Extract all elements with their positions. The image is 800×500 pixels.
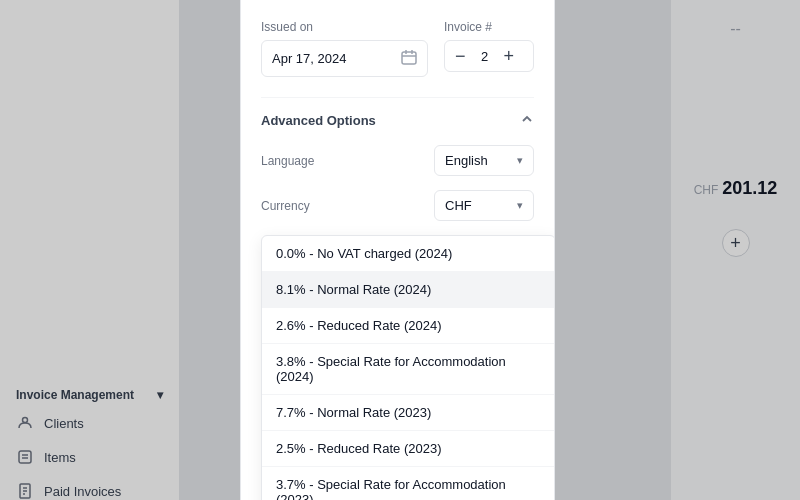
date-value: Apr 17, 2024 [272, 51, 346, 66]
language-row: Language English ▾ [261, 145, 534, 176]
invoice-stepper: − 2 + [444, 40, 534, 72]
advanced-chevron-icon [520, 112, 534, 129]
vat-dropdown[interactable]: 0.0% - No VAT charged (2024)8.1% - Norma… [261, 235, 555, 500]
invoice-number-label: Invoice # [444, 20, 534, 34]
stepper-plus[interactable]: + [504, 47, 515, 65]
vat-option-3[interactable]: 3.8% - Special Rate for Accommodation (2… [262, 344, 555, 395]
language-select[interactable]: English ▾ [434, 145, 534, 176]
invoice-modal: Issued on Apr 17, 2024 Invoice # [240, 0, 555, 500]
vat-option-5[interactable]: 2.5% - Reduced Rate (2023) [262, 431, 555, 467]
calendar-icon [401, 49, 417, 68]
date-input[interactable]: Apr 17, 2024 [261, 40, 428, 77]
currency-select[interactable]: CHF ▾ [434, 190, 534, 221]
stepper-value: 2 [478, 49, 492, 64]
stepper-minus[interactable]: − [455, 47, 466, 65]
issued-on-field: Issued on Apr 17, 2024 [261, 20, 428, 77]
vat-option-2[interactable]: 2.6% - Reduced Rate (2024) [262, 308, 555, 344]
vat-option-6[interactable]: 3.7% - Special Rate for Accommodation (2… [262, 467, 555, 500]
issued-invoice-row: Issued on Apr 17, 2024 Invoice # [261, 20, 534, 77]
vat-option-1[interactable]: 8.1% - Normal Rate (2024) [262, 272, 555, 308]
currency-chevron-icon: ▾ [517, 199, 523, 212]
advanced-options-header[interactable]: Advanced Options [261, 112, 534, 129]
advanced-options-title: Advanced Options [261, 113, 376, 128]
divider [261, 97, 534, 98]
vat-option-4[interactable]: 7.7% - Normal Rate (2023) [262, 395, 555, 431]
invoice-number-field: Invoice # − 2 + [444, 20, 534, 72]
currency-row: Currency CHF ▾ [261, 190, 534, 221]
language-value: English [445, 153, 488, 168]
issued-on-label: Issued on [261, 20, 428, 34]
currency-label: Currency [261, 199, 310, 213]
language-label: Language [261, 154, 314, 168]
svg-rect-5 [402, 52, 416, 64]
language-chevron-icon: ▾ [517, 154, 523, 167]
vat-option-0[interactable]: 0.0% - No VAT charged (2024) [262, 236, 555, 272]
currency-value: CHF [445, 198, 472, 213]
